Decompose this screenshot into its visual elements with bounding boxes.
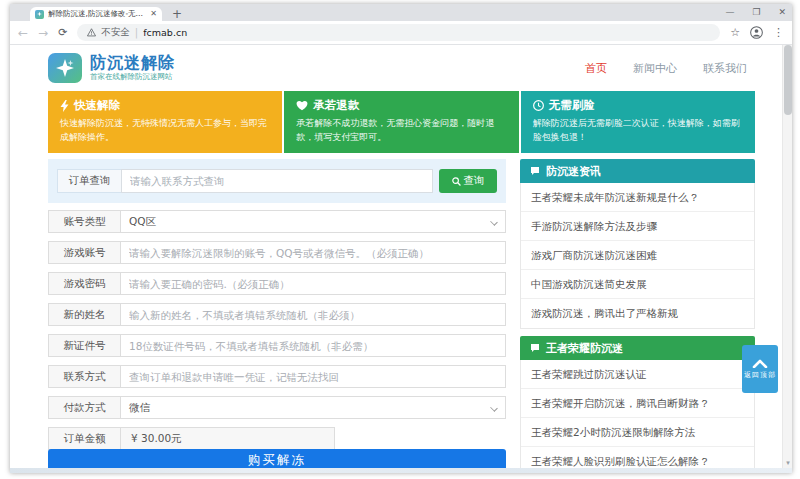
- news-link[interactable]: 游戏防沉迷，腾讯出了严格新规: [521, 299, 754, 328]
- buy-unlock-button[interactable]: 购买解冻: [48, 449, 506, 468]
- chevron-up-icon: [752, 359, 768, 368]
- window-minimize-icon[interactable]: —: [725, 7, 734, 17]
- warning-icon: [87, 28, 96, 37]
- form-row: 订单金额 ¥ 30.00元: [48, 427, 506, 450]
- query-button[interactable]: 查询: [439, 169, 497, 193]
- lightning-icon: [60, 100, 69, 112]
- news-link[interactable]: 游戏厂商防沉迷防沉迷困难: [521, 241, 754, 270]
- scrollbar-thumb[interactable]: [784, 45, 792, 115]
- bookmark-star-icon[interactable]: ☆: [730, 27, 740, 38]
- browser-window: 解除防沉迷,防沉迷修改-无需二次 ✕ + — ❐ ✕ ← → ⟳ 不安全 | f…: [10, 4, 792, 473]
- banner-desc: 快速解除防沉迷，无特殊情况无需人工参与，当即完成解除操作。: [60, 117, 270, 145]
- account-type-select[interactable]: QQ区: [120, 210, 506, 233]
- field-label: 账号类型: [48, 210, 120, 233]
- form-row: 新证件号: [48, 334, 506, 357]
- security-label: 不安全: [101, 26, 130, 39]
- site-subtitle: 首家在线解除防沉迷网站: [90, 72, 175, 82]
- reload-icon[interactable]: ⟳: [58, 27, 67, 38]
- order-query-panel: 订单查询 查询: [48, 159, 506, 203]
- banner-desc: 承若解除不成功退款，无需担心资金问题，随时退款，填写支付宝即可。: [296, 117, 506, 145]
- field-label: 新证件号: [48, 334, 120, 357]
- order-query-input[interactable]: [121, 169, 433, 193]
- banner-title: 无需刷脸: [549, 98, 595, 113]
- unlock-form: 账号类型 QQ区 游戏账号 游戏密码 新的姓名 新证件号: [48, 210, 506, 458]
- field-label: 新的姓名: [48, 303, 120, 326]
- field-label: 联系方式: [48, 365, 120, 388]
- site-title: 防沉迷解除: [90, 54, 175, 72]
- contact-input[interactable]: [120, 365, 506, 388]
- window-restore-icon[interactable]: ❐: [752, 7, 760, 17]
- chevron-down-icon: [490, 404, 498, 412]
- form-row: 游戏密码: [48, 272, 506, 295]
- logo-icon: [48, 53, 82, 83]
- form-row: 账号类型 QQ区: [48, 210, 506, 233]
- nav-home[interactable]: 首页: [585, 61, 607, 76]
- game-account-input[interactable]: [120, 241, 506, 264]
- news-link[interactable]: 王者荣耀未成年防沉迷新规是什么？: [521, 183, 754, 212]
- new-id-number-input[interactable]: [120, 334, 506, 357]
- news-panel-anti-addiction: 防沉迷资讯 王者荣耀未成年防沉迷新规是什么？ 手游防沉迷解除方法及步骤 游戏厂商…: [520, 159, 755, 329]
- panel-header: 王者荣耀防沉迷: [520, 336, 755, 360]
- nav-news[interactable]: 新闻中心: [633, 61, 677, 76]
- tab-close-icon[interactable]: ✕: [150, 10, 157, 18]
- news-link[interactable]: 王者荣耀人脸识别刷脸认证怎么解除？: [521, 447, 754, 468]
- form-row: 联系方式: [48, 365, 506, 388]
- sidebar: 防沉迷资讯 王者荣耀未成年防沉迷新规是什么？ 手游防沉迷解除方法及步骤 游戏厂商…: [520, 159, 755, 468]
- browser-toolbar: ← → ⟳ 不安全 | fcmab.cn ☆ ⋮: [10, 21, 792, 45]
- banner-desc: 解除防沉迷后无需刷脸二次认证，快速解除，如需刷脸包换包退！: [533, 117, 743, 145]
- address-bar[interactable]: 不安全 | fcmab.cn: [77, 24, 720, 41]
- web-page: 防沉迷解除 首家在线解除防沉迷网站 首页 新闻中心 联系我们 快速解除 快速解除…: [10, 45, 792, 468]
- banner-title: 快速解除: [74, 98, 120, 113]
- news-link[interactable]: 王者荣耀开启防沉迷，腾讯自断财路？: [521, 389, 754, 418]
- news-link[interactable]: 手游防沉迷解除方法及步骤: [521, 212, 754, 241]
- tab-bar: 解除防沉迷,防沉迷修改-无需二次 ✕ + — ❐ ✕: [10, 4, 792, 21]
- back-to-top-label: 返回顶部: [744, 370, 776, 380]
- news-link[interactable]: 王者荣耀2小时防沉迷限制解除方法: [521, 418, 754, 447]
- profile-avatar-icon[interactable]: [750, 26, 763, 39]
- panel-header: 防沉迷资讯: [520, 159, 755, 183]
- feature-banners: 快速解除 快速解除防沉迷，无特殊情况无需人工参与，当即完成解除操作。 承若退款 …: [48, 91, 755, 153]
- field-label: 游戏账号: [48, 241, 120, 264]
- menu-dots-icon[interactable]: ⋮: [773, 27, 784, 38]
- tab-title: 解除防沉迷,防沉迷修改-无需二次: [48, 9, 146, 19]
- browser-tab[interactable]: 解除防沉迷,防沉迷修改-无需二次 ✕: [30, 7, 162, 21]
- field-label: 付款方式: [48, 396, 120, 419]
- field-label: 游戏密码: [48, 272, 120, 295]
- news-panel-honor-of-kings: 王者荣耀防沉迷 王者荣耀跳过防沉迷认证 王者荣耀开启防沉迷，腾讯自断财路？ 王者…: [520, 336, 755, 468]
- payment-method-select[interactable]: 微信: [120, 396, 506, 419]
- page-scrollbar[interactable]: ▾: [782, 45, 792, 468]
- chevron-down-icon: [490, 218, 498, 226]
- url-text: fcmab.cn: [143, 27, 187, 38]
- form-row: 游戏账号: [48, 241, 506, 264]
- form-row: 付款方式 微信: [48, 396, 506, 419]
- banner-fast-removal: 快速解除 快速解除防沉迷，无特殊情况无需人工参与，当即完成解除操作。: [48, 91, 282, 153]
- main-nav: 首页 新闻中心 联系我们: [585, 61, 747, 76]
- window-close-icon[interactable]: ✕: [778, 7, 786, 17]
- back-icon[interactable]: ←: [18, 27, 28, 39]
- forward-icon[interactable]: →: [38, 27, 48, 39]
- window-bottom-edge: [10, 468, 792, 473]
- nav-contact[interactable]: 联系我们: [703, 61, 747, 76]
- field-label: 订单金额: [48, 427, 120, 450]
- speech-bubble-icon: [530, 166, 540, 176]
- news-link[interactable]: 中国游戏防沉迷简史发展: [521, 270, 754, 299]
- site-logo[interactable]: 防沉迷解除 首家在线解除防沉迷网站: [48, 53, 175, 83]
- scrollbar-down-arrow[interactable]: ▾: [783, 459, 792, 467]
- game-password-input[interactable]: [120, 272, 506, 295]
- back-to-top-button[interactable]: 返回顶部: [742, 345, 778, 393]
- order-amount-value: ¥ 30.00元: [120, 427, 335, 450]
- search-icon: [452, 177, 461, 186]
- new-name-input[interactable]: [120, 303, 506, 326]
- banner-no-face-scan: 无需刷脸 解除防沉迷后无需刷脸二次认证，快速解除，如需刷脸包换包退！: [521, 91, 755, 153]
- heart-icon: [296, 100, 308, 111]
- banner-title: 承若退款: [313, 98, 359, 113]
- new-tab-button[interactable]: +: [172, 7, 182, 21]
- omnibox-separator: |: [135, 27, 138, 38]
- banner-refund-promise: 承若退款 承若解除不成功退款，无需担心资金问题，随时退款，填写支付宝即可。: [284, 91, 518, 153]
- site-header: 防沉迷解除 首家在线解除防沉迷网站 首页 新闻中心 联系我们: [48, 47, 747, 89]
- order-query-label: 订单查询: [57, 169, 121, 193]
- speech-bubble-icon: [530, 343, 540, 353]
- form-row: 新的姓名: [48, 303, 506, 326]
- news-link[interactable]: 王者荣耀跳过防沉迷认证: [521, 360, 754, 389]
- clock-icon: [533, 100, 544, 111]
